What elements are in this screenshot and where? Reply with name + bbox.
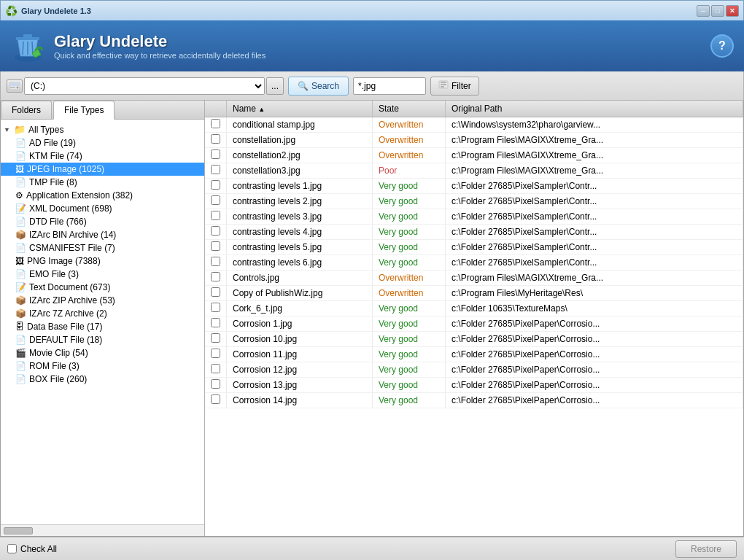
tree-item-izarcbin[interactable]: 📦 IZArc BIN Archive (14) — [1, 228, 204, 241]
file-icon-emo: 📄 — [15, 269, 26, 279]
row-checkbox-cell — [205, 133, 227, 148]
col-header-path[interactable]: Original Path — [446, 101, 743, 117]
tree-item-box[interactable]: 📄 BOX File (260) — [1, 373, 204, 386]
tree-item-alltypes[interactable]: ▼ 📁 All Types — [1, 122, 204, 136]
tree-item-xml[interactable]: 📝 XML Document (698) — [1, 202, 204, 215]
browse-button[interactable]: ... — [266, 77, 284, 95]
table-row: contrasting levels 4.jpgVery goodc:\Fold… — [205, 225, 743, 240]
col-header-name[interactable]: Name ▲ — [227, 101, 373, 117]
search-button[interactable]: 🔍 Search — [288, 77, 349, 96]
row-checkbox[interactable] — [211, 379, 220, 389]
check-all-checkbox[interactable] — [7, 544, 17, 553]
file-path-cell: c:\Folder 27685\PixelSampler\Contr... — [446, 225, 743, 240]
close-button[interactable]: ✕ — [726, 5, 739, 17]
tree-item-rom[interactable]: 📄 ROM File (3) — [1, 359, 204, 373]
tree-item-tmp[interactable]: 📄 TMP File (8) — [1, 176, 204, 189]
tree-scroll-area[interactable]: ▼ 📁 All Types 📄 AD File (19) 📄 KTM File … — [1, 120, 204, 524]
app-header: Glary Undelete Quick and effective way t… — [0, 20, 744, 71]
row-checkbox[interactable] — [211, 272, 220, 281]
row-checkbox[interactable] — [211, 349, 220, 358]
row-checkbox[interactable] — [211, 134, 220, 144]
tree-item-emo[interactable]: 📄 EMO File (3) — [1, 268, 204, 281]
row-checkbox-cell — [205, 347, 227, 362]
file-icon-default: 📄 — [15, 335, 26, 345]
row-checkbox[interactable] — [211, 149, 220, 159]
tree-item-ad[interactable]: 📄 AD File (19) — [1, 136, 204, 149]
table-row: Corrosion 14.jpgVery goodc:\Folder 27685… — [205, 393, 743, 408]
filter-input[interactable] — [353, 77, 426, 95]
tree-item-movie[interactable]: 🎬 Movie Clip (54) — [1, 346, 204, 359]
row-checkbox[interactable] — [211, 287, 220, 297]
restore-button[interactable]: Restore — [675, 540, 737, 558]
file-list-scroll[interactable]: Name ▲ State Original Path conditional s… — [205, 101, 743, 536]
sort-icon-name: ▲ — [258, 106, 265, 113]
tree-item-default[interactable]: 📄 DEFAULT File (18) — [1, 333, 204, 346]
drive-select[interactable]: (C:) — [24, 77, 265, 95]
table-row: contrasting levels 2.jpgVery goodc:\Fold… — [205, 194, 743, 209]
file-name-cell: Cork_6_t.jpg — [227, 301, 373, 316]
row-checkbox[interactable] — [211, 318, 220, 327]
row-checkbox[interactable] — [211, 119, 220, 128]
file-name-cell: contrasting levels 6.jpg — [227, 255, 373, 271]
maximize-button[interactable]: □ — [711, 5, 724, 17]
left-panel-scrollbar-x[interactable] — [1, 524, 204, 536]
row-checkbox[interactable] — [211, 226, 220, 236]
table-row: Corrosion 1.jpgVery goodc:\Folder 27685\… — [205, 316, 743, 332]
tree-item-png[interactable]: 🖼 PNG Image (7388) — [1, 254, 204, 268]
window-controls: ─ □ ✕ — [697, 5, 739, 17]
row-checkbox-cell — [205, 286, 227, 301]
file-icon-jpeg: 🖼 — [15, 164, 24, 174]
tree-item-appext[interactable]: ⚙ Application Extension (382) — [1, 189, 204, 202]
help-button[interactable]: ? — [710, 34, 734, 58]
app-name: Glary Undelete — [54, 32, 266, 51]
row-checkbox-cell — [205, 209, 227, 225]
file-path-cell: c:\Program Files\MAGIX\Xtreme_Gra... — [446, 148, 743, 163]
file-path-cell: c:\Folder 27685\PixelSampler\Contr... — [446, 209, 743, 225]
file-path-cell: c:\Program Files\MAGIX\Xtreme_Gra... — [446, 163, 743, 179]
folder-icon-alltypes: 📁 — [14, 124, 26, 135]
row-checkbox-cell — [205, 362, 227, 378]
search-icon: 🔍 — [298, 81, 309, 91]
row-checkbox[interactable] — [211, 364, 220, 373]
tab-filetypes[interactable]: File Types — [53, 101, 115, 120]
col-header-state[interactable]: State — [373, 101, 446, 117]
row-checkbox[interactable] — [211, 257, 220, 266]
file-name-cell: Controls.jpg — [227, 271, 373, 286]
row-checkbox[interactable] — [211, 241, 220, 251]
tree-item-textdoc[interactable]: 📝 Text Document (673) — [1, 281, 204, 294]
minimize-button[interactable]: ─ — [697, 5, 710, 17]
tree-item-jpeg[interactable]: 🖼 JPEG Image (1025) — [1, 163, 204, 176]
file-icon-ad: 📄 — [15, 138, 26, 148]
file-icon-izarczip: 📦 — [15, 295, 26, 306]
file-icon-box: 📄 — [15, 374, 26, 384]
row-checkbox[interactable] — [211, 303, 220, 312]
file-name-cell: Corrosion 12.jpg — [227, 362, 373, 378]
tree-item-izarc7z[interactable]: 📦 IZArc 7Z Archive (2) — [1, 307, 204, 320]
tree-item-ktm[interactable]: 📄 KTM File (74) — [1, 149, 204, 163]
row-checkbox[interactable] — [211, 180, 220, 190]
file-state-cell: Very good — [373, 316, 446, 332]
window-title: Glary Undelete 1.3 — [21, 7, 91, 15]
file-path-cell: c:\Folder 27685\PixelPaper\Corrosio... — [446, 393, 743, 408]
tree-item-csmanifest[interactable]: 📄 CSMANIFEST File (7) — [1, 241, 204, 254]
table-row: constellation3.jpgPoorc:\Program Files\M… — [205, 163, 743, 179]
tree-item-dtd[interactable]: 📄 DTD File (766) — [1, 215, 204, 228]
row-checkbox[interactable] — [211, 195, 220, 205]
row-checkbox-cell — [205, 179, 227, 194]
file-path-cell: c:\Program Files\MAGIX\Xtreme_Gra... — [446, 133, 743, 148]
file-name-cell: contrasting levels 4.jpg — [227, 225, 373, 240]
tab-folders[interactable]: Folders — [1, 101, 52, 119]
file-path-cell: c:\Folder 27685\PixelSampler\Contr... — [446, 179, 743, 194]
tree-item-database[interactable]: 🗄 Data Base File (17) — [1, 320, 204, 333]
row-checkbox[interactable] — [211, 211, 220, 220]
file-name-cell: contrasting levels 2.jpg — [227, 194, 373, 209]
file-path-cell: c:\Folder 27685\PixelPaper\Corrosio... — [446, 332, 743, 347]
tab-bar: Folders File Types — [1, 101, 204, 120]
file-icon-dtd: 📄 — [15, 217, 26, 227]
row-checkbox[interactable] — [211, 333, 220, 343]
row-checkbox[interactable] — [211, 165, 220, 174]
filter-button[interactable]: Filter — [430, 77, 479, 96]
tree-item-izarczip[interactable]: 📦 IZArc ZIP Archive (53) — [1, 294, 204, 307]
row-checkbox[interactable] — [211, 394, 220, 404]
table-row: Cork_6_t.jpgVery goodc:\Folder 10635\Tex… — [205, 301, 743, 316]
